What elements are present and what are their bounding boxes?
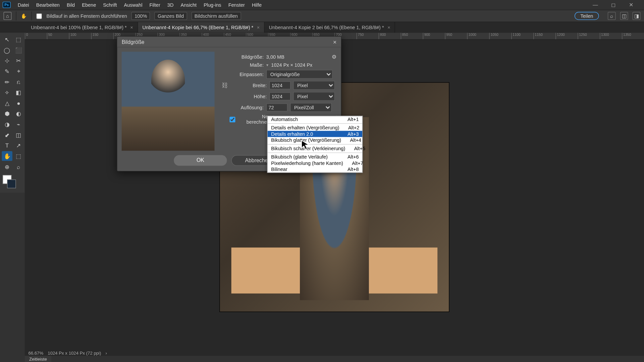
tool-button[interactable]: ◫ [13,130,24,140]
height-input[interactable] [269,93,290,101]
zoom-value[interactable]: 100% [131,12,150,20]
tool-button[interactable]: ◐ [13,109,24,118]
background-color-swatch[interactable] [7,179,16,188]
resolution-label: Auflösung: [222,105,264,110]
tool-button[interactable]: ⬋ [2,130,12,140]
search-icon[interactable]: ⌕ [608,12,616,20]
close-tab-icon[interactable]: × [387,25,390,30]
menu-3d[interactable]: 3D [164,2,177,8]
tool-button[interactable]: ⬚ [13,151,24,161]
dimensions-label: Maße: [222,62,264,68]
document-tab[interactable]: Unbenannt-4 Kopie bei 66,7% (Ebene 1, RG… [138,22,264,33]
dropdown-option[interactable]: Bikubisch schärfer (Verkleinerung)Alt+5 [268,145,362,152]
tool-button[interactable]: ⬢ [2,109,12,118]
ruler-tick: 0 [25,33,47,40]
chevron-right-icon[interactable]: › [106,350,107,355]
width-input[interactable] [269,81,290,89]
status-zoom[interactable]: 66.67% [28,350,43,355]
tool-button[interactable]: ✂ [13,56,24,65]
panel-toggle-icon[interactable]: ◨ [633,12,641,20]
menu-ansicht[interactable]: Ansicht [177,2,200,8]
menu-fenster[interactable]: Fenster [225,2,248,8]
tool-button[interactable]: ↗ [13,140,24,150]
fit-screen-button[interactable]: Ganzes Bild [155,12,187,20]
menu-datei[interactable]: Datei [14,2,33,8]
ok-button[interactable]: OK [174,155,227,166]
menu-plugins[interactable]: Plug-ins [200,2,225,8]
tool-button[interactable]: ● [13,98,24,108]
width-unit-select[interactable]: Pixel [293,81,335,89]
tool-button[interactable]: ⬚ [13,35,24,44]
home-icon[interactable]: ⌂ [4,12,12,20]
window-maximize-icon[interactable]: ◻ [608,2,619,8]
tool-button[interactable]: ⊕ [2,162,12,172]
tool-button[interactable]: ⌖ [13,66,24,76]
close-icon[interactable]: × [333,38,337,45]
resolution-unit-select[interactable]: Pixel/Zoll [290,103,332,112]
tool-button[interactable]: T [2,140,12,150]
hand-tool-icon[interactable]: ✋ [21,13,27,19]
timeline-panel-tab[interactable]: Zeitleiste [25,356,51,362]
menu-auswahl[interactable]: Auswahl [120,2,146,8]
tool-button[interactable]: ⬛ [13,45,24,55]
document-tab-label: Unbenannt-4 Kopie bei 66,7% (Ebene 1, RG… [143,25,254,30]
ruler-tick: 1150 [533,33,555,40]
option-label: Automatisch [271,117,298,122]
tool-button[interactable]: ⊹ [2,56,12,65]
dropdown-option[interactable]: Pixelwiederholung (harte Kanten)Alt+7 [268,160,362,166]
gear-icon[interactable]: ⚙ [332,54,337,60]
option-label: Bikubisch glatter (Vergrößerung) [271,137,341,143]
dialog-title: Bildgröße [122,39,145,45]
image-size-value: 3,00 MB [266,54,284,60]
dropdown-option[interactable]: Details erhalten 2.0Alt+3 [268,131,362,137]
menu-bearbeiten[interactable]: Bearbeiten [33,2,63,8]
tool-button[interactable]: ⎌ [13,77,24,86]
tool-button[interactable]: ✏ [2,77,12,86]
tool-button[interactable]: ◑ [2,119,12,129]
menu-filter[interactable]: Filter [146,2,164,8]
tool-button[interactable]: ↖ [2,35,12,44]
dropdown-option[interactable]: Bikubisch (glatte Verläufe)Alt+6 [268,154,362,160]
option-label: Details erhalten 2.0 [271,131,313,137]
tool-button[interactable]: ◯ [2,45,12,55]
height-unit-select[interactable]: Pixel [293,92,335,101]
close-tab-icon[interactable]: × [130,25,133,30]
resample-checkbox[interactable] [229,116,235,122]
dropdown-option[interactable]: Bikubisch glatter (Vergrößerung)Alt+4 [268,137,362,143]
fit-to-select[interactable]: Originalgröße [266,70,333,78]
menu-bild[interactable]: Bild [63,2,78,8]
tool-button[interactable]: ◧ [13,87,24,97]
image-size-label: Bildgröße: [222,54,264,60]
scroll-all-windows-checkbox[interactable] [36,13,42,19]
dropdown-option[interactable]: BilinearAlt+8 [268,166,362,172]
tool-palette: ↖⬚◯⬛⊹✂✎⌖✏⎌⟡◧△●⬢◐◑⌁⬋◫T↗✋⬚⊕⌕ [0,33,25,193]
close-tab-icon[interactable]: × [257,25,260,30]
document-tab[interactable]: Unbenannt-4 Kopie 2 bei 66,7% (Ebene 1, … [265,22,395,33]
workspace-icon[interactable]: ◫ [620,12,628,20]
ruler-tick: 1350 [622,33,644,40]
fill-screen-button[interactable]: Bildschirm ausfüllen [192,12,241,20]
resolution-input[interactable] [266,104,287,112]
document-tab[interactable]: Unbenannt-4 bei 100% (Ebene 1, RGB/8#) *… [26,22,138,33]
chevron-down-icon[interactable]: ▾ [266,63,269,67]
window-close-icon[interactable]: ✕ [626,2,637,8]
tool-button[interactable]: ✎ [2,66,12,76]
tool-button[interactable]: ⌁ [13,119,24,129]
dialog-titlebar[interactable]: Bildgröße × [117,37,341,47]
menu-hilfe[interactable]: Hilfe [248,2,265,8]
option-shortcut: Alt+7 [343,161,363,166]
ruler-tick: 1000 [467,33,489,40]
dropdown-option[interactable]: AutomatischAlt+1 [268,116,362,122]
share-button[interactable]: Teilen [575,12,599,20]
dropdown-option[interactable]: Details erhalten (Vergrößerung)Alt+2 [268,125,362,131]
width-label: Breite: [232,83,267,88]
tool-button[interactable]: ⌕ [13,162,24,172]
window-minimize-icon[interactable]: — [589,2,602,8]
tool-button[interactable]: ⟡ [2,87,12,97]
menu-schrift[interactable]: Schrift [100,2,120,8]
menu-ebene[interactable]: Ebene [78,2,100,8]
tool-button[interactable]: ✋ [2,151,12,161]
tool-button[interactable]: △ [2,98,12,108]
status-info: 1024 Px x 1024 Px (72 ppi) [48,350,101,355]
link-icon[interactable]: ⛓ [222,82,228,89]
